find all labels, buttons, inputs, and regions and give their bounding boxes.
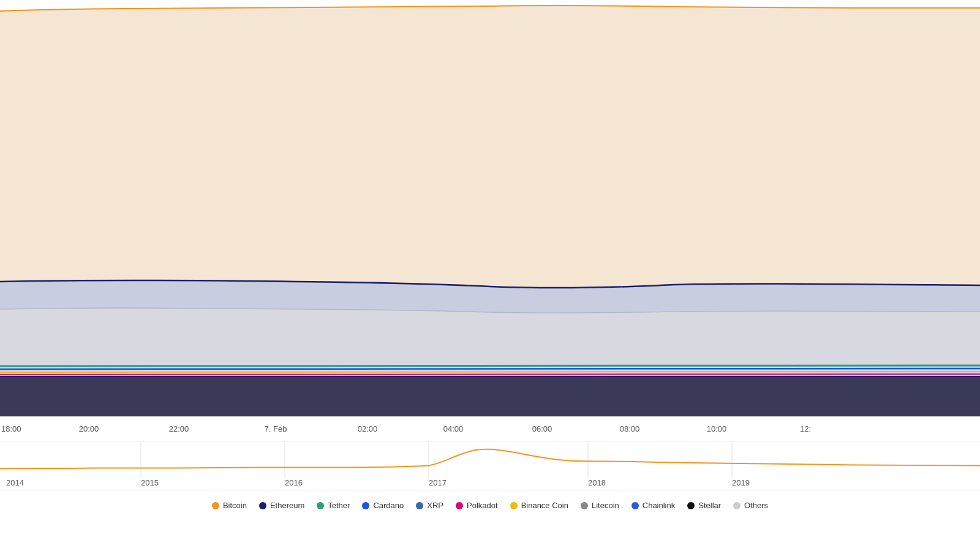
litecoin-dot [581, 502, 588, 509]
legend-item-cardano: Cardano [362, 501, 404, 510]
legend-item-tether: Tether [317, 501, 350, 510]
legend: Bitcoin Ethereum Tether Cardano XRP Polk… [0, 490, 980, 520]
legend-label-bitcoin: Bitcoin [223, 501, 247, 510]
time-label-0600: 06:00 [532, 424, 552, 433]
legend-item-xrp: XRP [416, 501, 443, 510]
chart-container: 18:00 20:00 22:00 7. Feb 02:00 04:00 06:… [0, 0, 980, 551]
time-label-1200: 12: [800, 424, 811, 433]
svg-rect-12 [0, 377, 980, 416]
year-label-2018: 2018 [588, 478, 606, 487]
legend-item-others: Others [733, 501, 768, 510]
legend-item-ethereum: Ethereum [259, 501, 304, 510]
legend-label-xrp: XRP [427, 501, 443, 510]
time-label-0400: 04:00 [443, 424, 464, 433]
legend-item-polkadot: Polkadot [456, 501, 498, 510]
legend-label-ethereum: Ethereum [270, 501, 304, 510]
year-label-2015: 2015 [141, 478, 159, 487]
legend-label-polkadot: Polkadot [467, 501, 498, 510]
tether-dot [317, 502, 324, 509]
legend-label-tether: Tether [328, 501, 350, 510]
legend-item-bitcoin: Bitcoin [212, 501, 247, 510]
legend-item-chainlink: Chainlink [631, 501, 675, 510]
main-chart [0, 0, 980, 416]
legend-label-binancecoin: Binance Coin [521, 501, 568, 510]
time-axis: 18:00 20:00 22:00 7. Feb 02:00 04:00 06:… [0, 416, 980, 441]
legend-item-binancecoin: Binance Coin [510, 501, 568, 510]
time-label-feb7: 7. Feb [265, 424, 287, 433]
legend-item-litecoin: Litecoin [581, 501, 619, 510]
bitcoin-dot [212, 502, 219, 509]
time-label-1800: 18:00 [1, 424, 21, 433]
chainlink-dot [631, 502, 639, 509]
legend-label-stellar: Stellar [698, 501, 721, 510]
year-label-2014: 2014 [6, 478, 24, 487]
legend-label-chainlink: Chainlink [643, 501, 675, 510]
cardano-dot [362, 502, 369, 509]
stellar-dot [687, 502, 695, 509]
legend-item-stellar: Stellar [687, 501, 721, 510]
year-label-2017: 2017 [429, 478, 447, 487]
ethereum-dot [259, 502, 266, 509]
polkadot-dot [456, 502, 463, 509]
year-label-2016: 2016 [285, 478, 303, 487]
binancecoin-dot [510, 502, 518, 509]
year-label-2019: 2019 [732, 478, 750, 487]
time-label-0200: 02:00 [358, 424, 378, 433]
time-label-2000: 20:00 [79, 424, 99, 433]
legend-label-litecoin: Litecoin [592, 501, 619, 510]
mini-chart: 2014 2015 2016 2017 2018 2019 [0, 441, 980, 490]
time-label-0800: 08:00 [620, 424, 640, 433]
legend-label-others: Others [744, 501, 768, 510]
legend-label-cardano: Cardano [373, 501, 404, 510]
time-label-1000: 10:00 [707, 424, 727, 433]
time-label-2200: 22:00 [169, 424, 189, 433]
xrp-dot [416, 502, 423, 509]
others-dot [733, 502, 741, 509]
